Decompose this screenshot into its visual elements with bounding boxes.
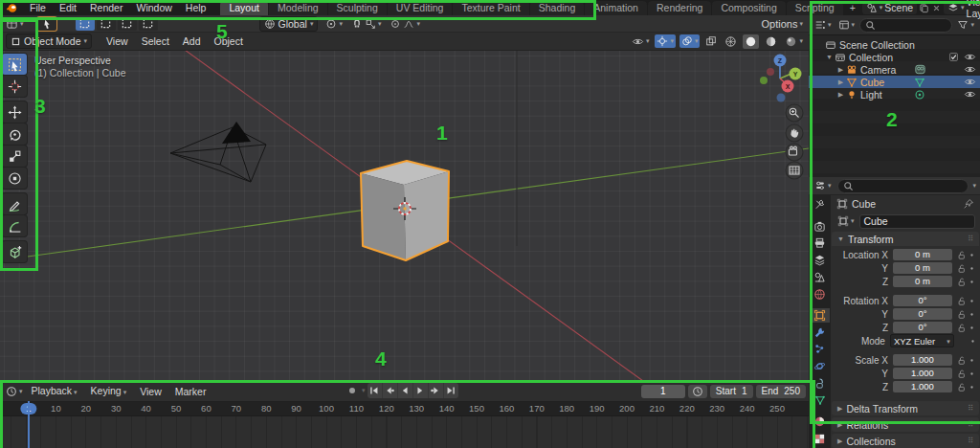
properties-tab-tool[interactable] <box>810 197 830 213</box>
tool-rotate-button[interactable] <box>2 123 27 145</box>
outliner-row-cube[interactable]: ▶Cube <box>809 76 980 88</box>
object-name-field[interactable]: Cube <box>859 214 975 229</box>
properties-tab-object[interactable] <box>810 308 830 324</box>
tool-select-box-button[interactable] <box>2 54 27 75</box>
animate-dot-icon[interactable] <box>968 297 976 305</box>
outliner-filter-button[interactable]: ▾ <box>955 18 976 32</box>
show-gizmo-button[interactable]: ▾ <box>655 34 676 48</box>
scale-value-field[interactable]: 1.000 <box>893 381 952 392</box>
show-hide-button[interactable]: ▾ <box>630 34 652 49</box>
proportional-edit-button[interactable]: ▾ <box>388 17 422 31</box>
outliner-row-scene-collection[interactable]: Scene Collection <box>809 38 980 51</box>
tab-texture-paint[interactable]: Texture Paint <box>453 1 528 15</box>
location-value-field[interactable]: 0 m <box>893 249 952 260</box>
expand-caret-icon[interactable]: ▶ <box>835 66 846 74</box>
eye-icon[interactable] <box>964 88 976 101</box>
lock-open-icon[interactable] <box>955 369 968 379</box>
menu-window[interactable]: Window <box>129 2 178 13</box>
animate-dot-icon[interactable] <box>968 251 976 259</box>
lock-open-icon[interactable] <box>955 323 968 333</box>
play-button[interactable] <box>413 383 429 398</box>
properties-tab-texture[interactable] <box>810 431 830 446</box>
properties-tab-output[interactable] <box>810 235 830 251</box>
eye-icon[interactable] <box>964 51 976 63</box>
properties-tab-view-layer[interactable] <box>810 253 830 268</box>
tab-layout[interactable]: Layout <box>220 1 268 15</box>
select-mode-1-button[interactable] <box>97 17 116 31</box>
prev-keyframe-button[interactable] <box>383 383 398 398</box>
panel-relations[interactable]: ▶Relations⠿ <box>832 417 979 432</box>
properties-tab-material[interactable] <box>810 414 830 430</box>
zoom-button[interactable] <box>786 104 803 122</box>
cube-object[interactable] <box>361 161 449 260</box>
panel-delta-transform[interactable]: ▶Delta Transform⠿ <box>832 401 979 415</box>
lock-open-icon[interactable] <box>955 277 968 287</box>
eye-icon[interactable] <box>964 63 976 76</box>
outliner-mode-button[interactable]: ▾ <box>836 18 858 32</box>
menu-file[interactable]: File <box>23 2 53 13</box>
outliner-row-camera[interactable]: ▶Camera <box>809 63 980 76</box>
start-frame-field[interactable]: Start 1 <box>710 385 753 398</box>
panel-grip-icon[interactable]: ⠿ <box>968 235 973 243</box>
play-reverse-button[interactable] <box>398 383 413 398</box>
select-mode-2-button[interactable] <box>118 17 137 31</box>
animate-dot-icon[interactable] <box>968 383 976 392</box>
lock-open-icon[interactable] <box>955 382 968 392</box>
pin-icon[interactable] <box>963 198 974 210</box>
properties-tab-render[interactable] <box>810 218 830 234</box>
playhead-line[interactable] <box>28 401 30 448</box>
current-frame-field[interactable]: 1 <box>641 385 685 398</box>
lock-open-icon[interactable] <box>955 355 968 366</box>
tool-cursor-button[interactable] <box>2 76 27 97</box>
timeline-editor-type-button[interactable]: ▾ <box>4 385 25 398</box>
eye-icon[interactable] <box>964 76 976 88</box>
show-overlays-button[interactable]: ▾ <box>679 34 701 48</box>
navigation-gizmo[interactable]: Z Y X <box>760 55 802 102</box>
camera-view-button[interactable] <box>786 144 803 161</box>
rotation-value-field[interactable]: 0° <box>893 322 952 333</box>
animate-dot-icon[interactable] <box>969 337 977 346</box>
expand-caret-icon[interactable]: ▼ <box>824 54 835 60</box>
3d-viewport[interactable]: Z Y X User Perspective (1) Collection | … <box>0 50 809 381</box>
outliner-display-mode-button[interactable]: ▾ <box>813 18 834 32</box>
scale-value-field[interactable]: 1.000 <box>893 368 952 379</box>
properties-tab-constraints[interactable] <box>810 375 830 391</box>
properties-search-input[interactable] <box>837 179 969 193</box>
view-layer-selector[interactable]: ▾ View Layer <box>944 2 980 14</box>
active-tool-indicator[interactable] <box>37 17 56 31</box>
shading-wireframe-button[interactable] <box>723 34 739 49</box>
gizmo-neg-x[interactable] <box>767 68 774 76</box>
lock-open-icon[interactable] <box>955 250 968 260</box>
properties-editor-type-button[interactable]: ▾ <box>813 179 834 192</box>
lock-open-icon[interactable] <box>955 263 968 274</box>
tab-uv-editing[interactable]: UV Editing <box>388 1 453 15</box>
tab-sculpting[interactable]: Sculpting <box>328 1 387 15</box>
tab-modeling[interactable]: Modeling <box>269 1 327 15</box>
outliner-row-light[interactable]: ▶Light <box>809 88 980 101</box>
camera-object[interactable] <box>170 122 266 182</box>
properties-tab-world[interactable] <box>810 286 830 302</box>
expand-caret-icon[interactable]: ▶ <box>835 91 846 99</box>
scene-selector[interactable]: ▾ Scene <box>862 2 917 14</box>
shading-solid-button[interactable] <box>743 34 759 49</box>
jump-to-start-button[interactable] <box>368 383 383 398</box>
tool-annotate-button[interactable] <box>2 193 27 214</box>
timeline-track-area[interactable] <box>0 416 809 448</box>
scale-value-field[interactable]: 1.000 <box>893 354 952 366</box>
editor-type-button[interactable]: ▾ <box>4 16 26 31</box>
options-button[interactable]: Options ▾ <box>760 17 805 31</box>
tab-scripting[interactable]: Scripting <box>787 1 843 15</box>
shading-rendered-button[interactable]: ▾ <box>783 34 805 49</box>
blender-logo-icon[interactable] <box>0 2 23 14</box>
properties-tab-scene[interactable] <box>810 270 830 285</box>
preview-range-button[interactable] <box>688 385 707 398</box>
properties-tab-modifiers[interactable] <box>810 325 830 340</box>
expand-caret-icon[interactable]: ▶ <box>835 78 846 86</box>
viewport-menu-view[interactable]: View <box>100 34 135 49</box>
animate-dot-icon[interactable] <box>968 264 976 273</box>
timeline-menu-keying[interactable]: Keying ▾ <box>84 383 134 400</box>
location-value-field[interactable]: 0 m <box>893 276 952 287</box>
xray-toggle-button[interactable] <box>703 34 719 48</box>
properties-options-chevron[interactable]: ▾ <box>972 182 976 190</box>
panel-collections[interactable]: ▶Collections⠿ <box>832 434 979 448</box>
